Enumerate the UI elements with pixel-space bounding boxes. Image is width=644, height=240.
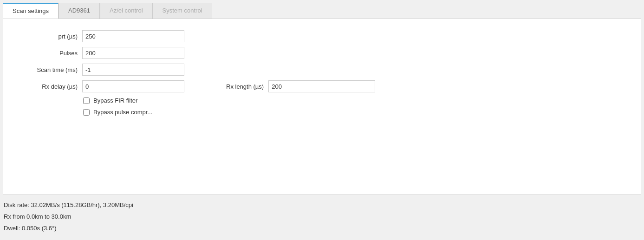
tab-ad9361-label: AD9361 [68, 7, 90, 14]
scan-time-input[interactable] [82, 64, 184, 76]
bypass-pulse-label: Bypass pulse compr... [93, 109, 152, 116]
bypass-pulse-checkbox[interactable] [83, 109, 90, 116]
pulses-row: Pulses [13, 47, 631, 59]
rx-range-status: Rx from 0.0km to 30.0km [4, 213, 640, 220]
tab-scan-settings[interactable]: Scan settings [3, 3, 59, 19]
scan-time-row: Scan time (ms) [13, 64, 631, 76]
dwell-status: Dwell: 0.050s (3.6°) [4, 225, 640, 232]
bypass-fir-checkbox[interactable] [83, 97, 90, 104]
tab-az-el-control-label: Az/el control [110, 7, 143, 14]
rx-delay-input[interactable] [82, 80, 184, 92]
tab-system-control[interactable]: System control [153, 3, 212, 19]
rx-length-input[interactable] [268, 80, 375, 92]
tab-az-el-control[interactable]: Az/el control [100, 3, 153, 19]
bypass-fir-label: Bypass FIR filter [93, 97, 137, 104]
rx-delay-label: Rx delay (µs) [13, 83, 78, 90]
prt-input[interactable] [82, 30, 184, 42]
status-bar: Disk rate: 32.02MB/s (115.28GB/hr), 3.20… [3, 200, 641, 234]
scan-time-label: Scan time (ms) [13, 66, 78, 73]
disk-rate-status: Disk rate: 32.02MB/s (115.28GB/hr), 3.20… [4, 201, 640, 208]
settings-form: prt (µs) Pulses Scan time (ms) Rx delay … [13, 30, 631, 116]
scan-settings-panel: prt (µs) Pulses Scan time (ms) Rx delay … [3, 19, 641, 195]
bypass-fir-row: Bypass FIR filter [83, 97, 631, 104]
tab-scan-settings-label: Scan settings [13, 7, 49, 14]
prt-label: prt (µs) [13, 33, 78, 40]
pulses-label: Pulses [13, 50, 78, 57]
pulses-input[interactable] [82, 47, 184, 59]
rx-length-label: Rx length (µs) [226, 83, 264, 90]
page-wrapper: Scan settings AD9361 Az/el control Syste… [0, 0, 644, 236]
rx-delay-row: Rx delay (µs) Rx length (µs) [13, 80, 631, 92]
tab-bar: Scan settings AD9361 Az/el control Syste… [3, 3, 641, 19]
tab-system-control-label: System control [163, 7, 202, 14]
prt-row: prt (µs) [13, 30, 631, 42]
tab-ad9361[interactable]: AD9361 [59, 3, 100, 19]
bypass-pulse-row: Bypass pulse compr... [83, 109, 631, 116]
